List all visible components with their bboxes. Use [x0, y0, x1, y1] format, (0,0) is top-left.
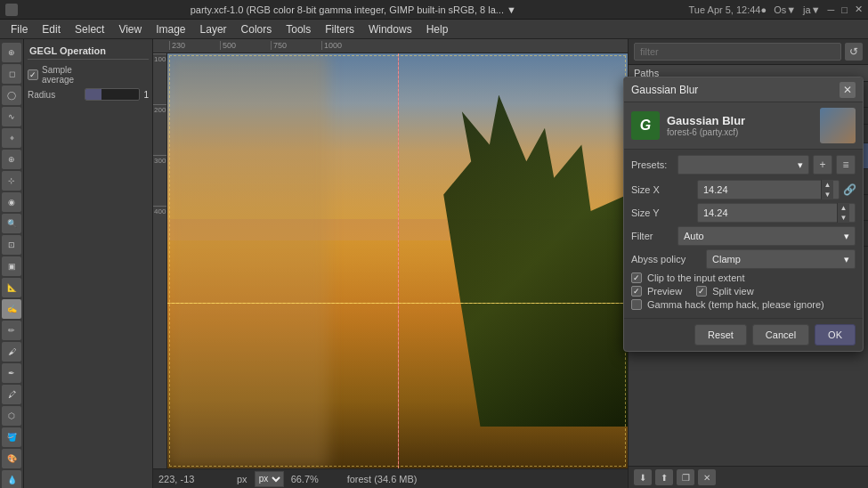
- ok-button[interactable]: OK: [815, 324, 856, 346]
- gamma-hack-checkbox[interactable]: [631, 299, 642, 310]
- presets-select[interactable]: ▾: [677, 155, 809, 175]
- filter-chevron: ▾: [844, 231, 849, 242]
- menu-tools[interactable]: Tools: [279, 21, 318, 37]
- unit-selector[interactable]: px: [255, 471, 284, 487]
- radius-label: Radius: [28, 90, 81, 100]
- menu-view[interactable]: View: [111, 21, 149, 37]
- tool-brush[interactable]: ✍: [2, 299, 21, 319]
- abyss-label: Abyss policy: [631, 254, 702, 264]
- size-x-label: Size X: [631, 184, 694, 195]
- raise-layer-btn[interactable]: ⬆: [655, 469, 673, 485]
- size-x-decrement[interactable]: ▼: [821, 190, 833, 199]
- add-preset-button[interactable]: +: [813, 155, 832, 175]
- tool-fill[interactable]: 🎨: [2, 449, 21, 468]
- sample-average-checkbox[interactable]: [28, 69, 38, 80]
- menu-filters[interactable]: Filters: [318, 21, 361, 37]
- ruler-v-mark-4: 400: [153, 206, 166, 256]
- tool-gradient[interactable]: 💧: [2, 470, 21, 488]
- menu-file[interactable]: File: [4, 21, 35, 37]
- gamma-hack-label: Gamma hack (temp hack, please ignore): [647, 299, 824, 310]
- size-y-decrement[interactable]: ▼: [837, 213, 849, 223]
- canvas-area: 230 500 750 1000 100 200 300 400: [153, 39, 628, 488]
- preset-menu-button[interactable]: ≡: [836, 155, 856, 175]
- tool-airbrush[interactable]: 🖌: [2, 342, 21, 362]
- size-y-input[interactable]: 14.24 ▲ ▼: [697, 203, 856, 223]
- abyss-select[interactable]: Clamp ▾: [706, 249, 856, 269]
- duplicate-layer-btn[interactable]: ❐: [677, 469, 694, 485]
- new-layer-from-visible-btn[interactable]: ⬇: [634, 469, 652, 485]
- filter-method-label: Filter: [631, 231, 674, 241]
- clip-input-checkbox[interactable]: [631, 272, 642, 283]
- title-bar-icons: [5, 4, 18, 16]
- size-x-input[interactable]: 14.24 ▲ ▼: [697, 180, 840, 199]
- plugin-icon: G: [631, 111, 660, 140]
- size-link-icon[interactable]: 🔗: [843, 180, 856, 199]
- tool-foreground[interactable]: ⊕: [2, 150, 21, 169]
- datetime: Tue Apr 5, 12:44●: [689, 4, 767, 15]
- toolbox: ⊕ ◻ ◯ ∿ ⌖ ⊕ ⊹ ◉ 🔍 ⊡ ▣ 📐 ✍ ✏ 🖌 ✒ 🖍 ⬡ 🪣 🎨 …: [0, 39, 24, 488]
- radius-slider[interactable]: [85, 88, 140, 101]
- filter-method-select[interactable]: Auto ▾: [677, 226, 856, 246]
- delete-layer-btn[interactable]: ✕: [698, 469, 716, 485]
- tool-crop[interactable]: ⊡: [2, 235, 21, 255]
- menu-layer[interactable]: Layer: [193, 21, 234, 37]
- tool-mypaint[interactable]: 🖍: [2, 385, 21, 404]
- tool-warp[interactable]: ▣: [2, 256, 21, 276]
- menu-colors[interactable]: Colors: [234, 21, 280, 37]
- preview-checkbox[interactable]: [631, 286, 642, 297]
- split-view-checkbox[interactable]: [696, 286, 707, 297]
- size-x-increment[interactable]: ▲: [821, 180, 833, 190]
- canvas-body: 100 200 300 400: [153, 53, 628, 468]
- ruler-mark-1000: 1000: [321, 41, 372, 50]
- tool-clone[interactable]: ⬡: [2, 406, 21, 426]
- plugin-subtitle: forest-6 (party.xcf): [667, 127, 813, 137]
- ruler-mark-500: 500: [220, 41, 271, 50]
- menu-help[interactable]: Help: [419, 21, 456, 37]
- ruler-mark-750: 750: [271, 41, 321, 50]
- size-y-label: Size Y: [631, 207, 694, 218]
- sample-average-row: Sample average: [28, 63, 149, 86]
- dialog-close-button[interactable]: ✕: [840, 82, 856, 98]
- status-bar: 223, -13 px px 66.7% forest (34.6 MB): [153, 468, 628, 488]
- tool-pencil[interactable]: ✏: [2, 321, 21, 340]
- size-x-spinbuttons[interactable]: ▲ ▼: [821, 180, 833, 199]
- ruler-v-mark-2: 200: [153, 104, 166, 155]
- title-bar: party.xcf-1.0 (RGB color 8-bit gamma int…: [0, 0, 868, 20]
- tool-lasso[interactable]: ∿: [2, 107, 21, 126]
- zoom-level: 66.7%: [291, 474, 340, 484]
- ruler-h-marks: 230 500 750 1000: [169, 41, 372, 50]
- minimize-btn[interactable]: ─: [828, 4, 835, 15]
- tool-rect[interactable]: ◻: [2, 64, 21, 84]
- maximize-btn[interactable]: □: [841, 4, 848, 15]
- tool-align[interactable]: ◉: [2, 192, 21, 212]
- size-y-spinbuttons[interactable]: ▲ ▼: [837, 203, 849, 223]
- plugin-preview-thumb: [820, 108, 856, 143]
- ruler-vertical: 100 200 300 400: [153, 53, 167, 468]
- menu-select[interactable]: Select: [68, 21, 111, 37]
- layers-footer: ⬇ ⬆ ❐ ✕: [629, 466, 868, 488]
- os-label[interactable]: Os▼: [774, 4, 796, 15]
- size-y-increment[interactable]: ▲: [837, 203, 849, 213]
- tool-transform[interactable]: ⊹: [2, 171, 21, 191]
- reset-button[interactable]: Reset: [694, 324, 747, 346]
- menu-edit[interactable]: Edit: [35, 21, 68, 37]
- tool-measure[interactable]: 📐: [2, 278, 21, 297]
- cancel-button[interactable]: Cancel: [752, 324, 809, 346]
- ruler-mark-230: 230: [169, 41, 220, 50]
- tool-ink[interactable]: ✒: [2, 363, 21, 383]
- filter-input[interactable]: [634, 43, 841, 61]
- tool-zoom[interactable]: 🔍: [2, 214, 21, 233]
- tool-ellipse[interactable]: ◯: [2, 85, 21, 105]
- tool-heal[interactable]: 🪣: [2, 427, 21, 447]
- close-btn[interactable]: ✕: [855, 4, 863, 15]
- ruler-v-mark-1: 100: [153, 53, 166, 104]
- size-x-row: Size X 14.24 ▲ ▼ 🔗: [631, 180, 856, 199]
- refresh-button[interactable]: ↺: [845, 43, 863, 61]
- canvas-viewport[interactable]: [167, 53, 628, 468]
- menu-windows[interactable]: Windows: [361, 21, 419, 37]
- menu-image[interactable]: Image: [149, 21, 192, 37]
- tool-move[interactable]: ⊕: [2, 43, 21, 62]
- lang-label[interactable]: ja▼: [803, 4, 820, 15]
- tool-fuzzy[interactable]: ⌖: [2, 128, 21, 148]
- plugin-info: Gaussian Blur forest-6 (party.xcf): [667, 114, 813, 137]
